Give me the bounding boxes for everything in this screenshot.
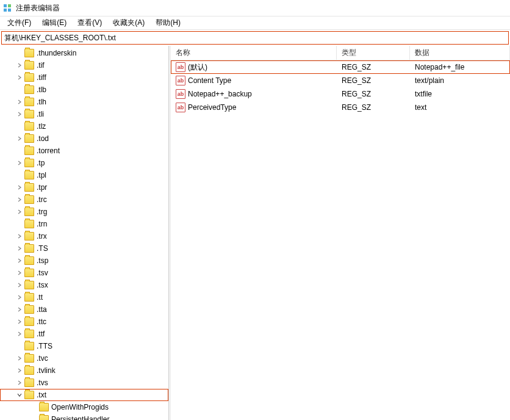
tree-item-label: .trx [37,232,47,241]
folder-icon [24,269,34,277]
folder-icon [24,342,34,350]
tree-item[interactable]: .tvc [0,352,168,364]
menu-help[interactable]: 帮助(H) [151,16,185,29]
tree-item[interactable]: .tiff [0,71,168,84]
tree-item[interactable]: .tp [0,157,168,169]
list-body[interactable]: ab(默认)REG_SZNotepad++_fileabContent Type… [171,60,510,420]
tree-item[interactable]: .tvlink [0,364,168,377]
value-name: (默认) [188,62,207,73]
chevron-right-icon[interactable] [15,366,24,375]
chevron-right-icon[interactable] [15,158,24,168]
tree-item[interactable]: .TTS [0,340,168,352]
svg-rect-0 [4,4,7,7]
tree-item[interactable]: .txt [0,389,168,401]
tree-item[interactable]: .tlb [0,84,168,96]
tree-item[interactable]: .thunderskin [0,47,168,59]
tree-item[interactable]: .trx [0,230,168,242]
tree-item[interactable]: .tsx [0,279,168,291]
tree-item[interactable]: .TS [0,242,168,255]
cell-type: REG_SZ [337,76,410,85]
tree-item[interactable]: .trn [0,218,168,230]
chevron-right-icon[interactable] [15,329,24,339]
folder-icon [24,73,34,82]
window-title: 注册表编辑器 [16,3,60,13]
tree-item[interactable]: .tvs [0,377,168,389]
tree-item[interactable]: .tpr [0,181,168,194]
menu-file[interactable]: 文件(F) [2,16,36,29]
tree-item[interactable]: .ttf [0,328,168,340]
list-row[interactable]: ab(默认)REG_SZNotepad++_file [171,60,510,74]
menu-view[interactable]: 查看(V) [73,16,107,29]
tree-panel[interactable]: .thunderskin.tif.tiff.tlb.tlh.tli.tlz.to… [0,46,169,420]
folder-icon [24,391,34,399]
chevron-right-icon[interactable] [15,231,24,241]
chevron-right-icon[interactable] [15,305,24,314]
tree-item[interactable]: .ttc [0,316,168,328]
tree-item[interactable]: .tli [0,108,168,120]
folder-icon [24,366,34,375]
tree-item-label: .tli [37,110,44,118]
chevron-right-icon[interactable] [15,73,24,82]
folder-icon [39,403,49,411]
chevron-right-icon[interactable] [15,207,24,217]
chevron-down-icon[interactable] [15,390,24,400]
chevron-right-icon[interactable] [15,134,24,143]
tree-item[interactable]: .tta [0,303,168,316]
cell-data: text [410,103,510,112]
list-header: 名称 类型 数据 [171,46,510,60]
list-row[interactable]: abContent TypeREG_SZtext/plain [171,74,510,87]
chevron-right-icon[interactable] [15,256,24,266]
tree-item[interactable]: .tlh [0,96,168,108]
tree-item[interactable]: PersistentHandler [0,413,168,420]
folder-icon [24,317,34,326]
folder-icon [24,159,34,167]
menu-edit[interactable]: 编辑(E) [37,16,71,29]
tree-item[interactable]: .torrent [0,145,168,157]
tree-item-label: .tvc [37,354,48,363]
chevron-right-icon[interactable] [15,268,24,278]
header-data[interactable]: 数据 [410,46,510,60]
chevron-right-icon[interactable] [15,244,24,253]
menu-favorites[interactable]: 收藏夹(A) [108,16,149,29]
folder-icon [24,305,34,314]
tree-item[interactable]: .tpl [0,169,168,181]
svg-rect-1 [8,4,11,7]
header-name[interactable]: 名称 [171,46,337,60]
chevron-right-icon[interactable] [15,317,24,327]
chevron-right-icon[interactable] [15,195,24,205]
chevron-right-icon[interactable] [15,378,24,388]
chevron-right-icon[interactable] [15,353,24,363]
tree-item[interactable]: .tsp [0,255,168,267]
tree-item[interactable]: OpenWithProgids [0,401,168,413]
tree-item-label: .tiff [37,73,46,82]
list-row[interactable]: abPerceivedTypeREG_SZtext [171,101,510,114]
chevron-right-icon[interactable] [15,280,24,290]
chevron-right-icon[interactable] [15,109,24,119]
tree-item[interactable]: .trg [0,206,168,218]
tree-item[interactable]: .tod [0,132,168,145]
folder-icon [24,61,34,70]
folder-icon [24,220,34,228]
folder-icon [24,110,34,118]
tree-item[interactable]: .tt [0,291,168,303]
folder-icon [24,98,34,106]
address-path: 算机\HKEY_CLASSES_ROOT\.txt [4,33,116,43]
tree-item[interactable]: .trc [0,194,168,206]
chevron-right-icon [15,146,24,156]
tree-item[interactable]: .tlz [0,120,168,132]
titlebar: 注册表编辑器 [0,0,510,16]
folder-icon [24,183,34,192]
tree-item-label: .tpr [37,183,47,192]
chevron-right-icon[interactable] [15,292,24,302]
chevron-right-icon[interactable] [15,183,24,192]
folder-icon [24,256,34,265]
menubar: 文件(F) 编辑(E) 查看(V) 收藏夹(A) 帮助(H) [0,16,510,30]
tree-item[interactable]: .tsv [0,267,168,279]
tree-item[interactable]: .tif [0,59,168,71]
chevron-right-icon[interactable] [15,97,24,107]
chevron-right-icon[interactable] [15,60,24,70]
cell-name: abNotepad++_backup [171,89,337,99]
header-type[interactable]: 类型 [337,46,410,60]
list-row[interactable]: abNotepad++_backupREG_SZtxtfile [171,87,510,101]
address-bar[interactable]: 算机\HKEY_CLASSES_ROOT\.txt [1,31,509,45]
